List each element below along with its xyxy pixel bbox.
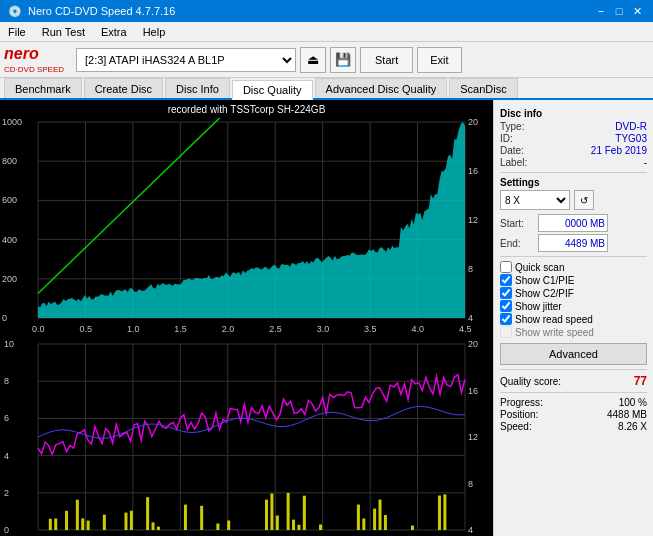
- speed-row: 8 X ↺: [500, 190, 647, 210]
- nero-logo-text: nero: [4, 45, 64, 63]
- divider-1: [500, 172, 647, 173]
- show-c2-row: Show C2/PIF: [500, 287, 647, 299]
- app-title: Nero CD-DVD Speed 4.7.7.16: [28, 5, 175, 17]
- show-c1-checkbox[interactable]: [500, 274, 512, 286]
- divider-3: [500, 369, 647, 370]
- maximize-button[interactable]: □: [611, 3, 627, 19]
- speed-value: 8.26 X: [618, 421, 647, 432]
- refresh-button[interactable]: ↺: [574, 190, 594, 210]
- show-c2-checkbox[interactable]: [500, 287, 512, 299]
- bottom-chart-canvas: [0, 340, 493, 536]
- tab-scan-disc[interactable]: ScanDisc: [449, 78, 517, 98]
- nero-logo: nero CD·DVD SPEED: [4, 45, 64, 74]
- exit-button[interactable]: Exit: [417, 47, 461, 73]
- close-button[interactable]: ✕: [629, 3, 645, 19]
- tab-disc-info[interactable]: Disc Info: [165, 78, 230, 98]
- toolbar: nero CD·DVD SPEED [2:3] ATAPI iHAS324 A …: [0, 42, 653, 78]
- app-icon: 💿: [8, 5, 22, 18]
- end-field-row: End:: [500, 234, 647, 252]
- position-row: Position: 4488 MB: [500, 409, 647, 420]
- save-button[interactable]: 💾: [330, 47, 356, 73]
- tab-benchmark[interactable]: Benchmark: [4, 78, 82, 98]
- end-field-label: End:: [500, 238, 534, 249]
- position-label: Position:: [500, 409, 538, 420]
- show-write-speed-checkbox[interactable]: [500, 326, 512, 338]
- title-bar-left: 💿 Nero CD-DVD Speed 4.7.7.16: [8, 5, 175, 18]
- disc-type-row: Type: DVD-R: [500, 121, 647, 132]
- disc-type-label: Type:: [500, 121, 524, 132]
- tab-create-disc[interactable]: Create Disc: [84, 78, 163, 98]
- disc-info-title: Disc info: [500, 108, 647, 119]
- quality-score-label: Quality score:: [500, 376, 561, 387]
- show-c2-label: Show C2/PIF: [515, 288, 574, 299]
- menu-extra[interactable]: Extra: [93, 22, 135, 41]
- chart-title: recorded with TSSTcorp SH-224GB: [0, 104, 493, 115]
- disc-label-row: Label: -: [500, 157, 647, 168]
- start-field-row: Start:: [500, 214, 647, 232]
- disc-id-label: ID:: [500, 133, 513, 144]
- menu-file[interactable]: File: [0, 22, 34, 41]
- quality-score-value: 77: [634, 374, 647, 388]
- show-c1-label: Show C1/PIE: [515, 275, 574, 286]
- disc-type-value: DVD-R: [615, 121, 647, 132]
- show-write-speed-row: Show write speed: [500, 326, 647, 338]
- quick-scan-checkbox[interactable]: [500, 261, 512, 273]
- speed-combo[interactable]: 8 X: [500, 190, 570, 210]
- main-content: recorded with TSSTcorp SH-224GB Disc inf…: [0, 100, 653, 536]
- disc-id-row: ID: TYG03: [500, 133, 647, 144]
- chart-area: recorded with TSSTcorp SH-224GB: [0, 100, 493, 536]
- menu-run-test[interactable]: Run Test: [34, 22, 93, 41]
- start-field-label: Start:: [500, 218, 534, 229]
- title-bar: 💿 Nero CD-DVD Speed 4.7.7.16 − □ ✕: [0, 0, 653, 22]
- start-button[interactable]: Start: [360, 47, 413, 73]
- tab-disc-quality[interactable]: Disc Quality: [232, 80, 313, 100]
- disc-date-value: 21 Feb 2019: [591, 145, 647, 156]
- disc-label-label: Label:: [500, 157, 527, 168]
- speed-label: Speed:: [500, 421, 532, 432]
- show-read-speed-label: Show read speed: [515, 314, 593, 325]
- tab-advanced-disc-quality[interactable]: Advanced Disc Quality: [315, 78, 448, 98]
- divider-4: [500, 392, 647, 393]
- show-jitter-checkbox[interactable]: [500, 300, 512, 312]
- settings-title: Settings: [500, 177, 647, 188]
- tabs: Benchmark Create Disc Disc Info Disc Qua…: [0, 78, 653, 100]
- progress-section: Progress: 100 % Position: 4488 MB Speed:…: [500, 397, 647, 432]
- show-jitter-row: Show jitter: [500, 300, 647, 312]
- progress-value: 100 %: [619, 397, 647, 408]
- advanced-button[interactable]: Advanced: [500, 343, 647, 365]
- speed-row-prog: Speed: 8.26 X: [500, 421, 647, 432]
- progress-row: Progress: 100 %: [500, 397, 647, 408]
- show-jitter-label: Show jitter: [515, 301, 562, 312]
- title-bar-controls: − □ ✕: [593, 3, 645, 19]
- show-c1-row: Show C1/PIE: [500, 274, 647, 286]
- disc-label-value: -: [644, 157, 647, 168]
- menu-bar: File Run Test Extra Help: [0, 22, 653, 42]
- start-field[interactable]: [538, 214, 608, 232]
- nero-logo-sub: CD·DVD SPEED: [4, 65, 64, 74]
- disc-date-label: Date:: [500, 145, 524, 156]
- quality-score-row: Quality score: 77: [500, 374, 647, 388]
- right-panel: Disc info Type: DVD-R ID: TYG03 Date: 21…: [493, 100, 653, 536]
- end-field[interactable]: [538, 234, 608, 252]
- disc-id-value: TYG03: [615, 133, 647, 144]
- drive-selector: [2:3] ATAPI iHAS324 A BL1P: [76, 48, 296, 72]
- eject-button[interactable]: ⏏: [300, 47, 326, 73]
- position-value: 4488 MB: [607, 409, 647, 420]
- progress-label: Progress:: [500, 397, 543, 408]
- drive-combo[interactable]: [2:3] ATAPI iHAS324 A BL1P: [76, 48, 296, 72]
- quick-scan-label: Quick scan: [515, 262, 564, 273]
- quick-scan-row: Quick scan: [500, 261, 647, 273]
- divider-2: [500, 256, 647, 257]
- minimize-button[interactable]: −: [593, 3, 609, 19]
- disc-date-row: Date: 21 Feb 2019: [500, 145, 647, 156]
- show-read-speed-row: Show read speed: [500, 313, 647, 325]
- show-write-speed-label: Show write speed: [515, 327, 594, 338]
- show-read-speed-checkbox[interactable]: [500, 313, 512, 325]
- top-chart-canvas: [0, 118, 493, 336]
- menu-help[interactable]: Help: [135, 22, 174, 41]
